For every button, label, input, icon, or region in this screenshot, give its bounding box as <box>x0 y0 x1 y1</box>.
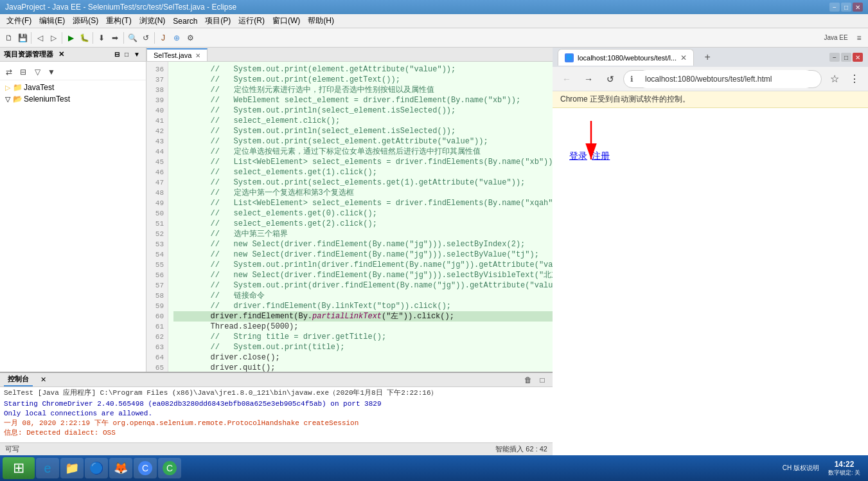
menu-run[interactable]: 运行(R) <box>235 14 269 28</box>
project-explorer-sidebar: 项目资源管理器 ✕ ⊟ □ ▼ ⇄ ⊟ ▽ <box>0 48 146 372</box>
toolbar-new-btn[interactable]: 🗋 <box>3 32 15 44</box>
editor-tab-close[interactable]: ✕ <box>195 52 200 59</box>
sidebar-collapse-all-icon[interactable]: ⊟ <box>17 66 30 78</box>
login-link[interactable]: 登录 <box>569 150 587 161</box>
toolbar-1: 🗋 💾 ◁ ▷ ▶ 🐛 ⬇ ➡ 🔍 ↺ J ⊕ ⚙ Java EE ≡ <box>0 28 868 48</box>
eclipse-status-bar: 可写 智能插入 62 : 42 <box>0 442 553 455</box>
chrome-panel: 🌐 localhost:1080/webtours/test/l... ✕ + … <box>553 48 868 455</box>
taskbar-system-tray: CH 版权说明 <box>783 464 819 473</box>
chrome-back-button: ← <box>558 70 576 88</box>
chrome-minimize-button[interactable]: − <box>829 53 840 62</box>
chrome-lock-icon: ℹ <box>630 75 633 84</box>
toolbar-back-btn[interactable]: ◁ <box>33 32 46 44</box>
chrome-tab-close-icon[interactable]: ✕ <box>680 53 687 62</box>
chrome-bookmark-button[interactable]: ☆ <box>826 70 844 88</box>
toolbar-sep-3 <box>93 32 93 44</box>
toolbar-run-btn[interactable]: ▶ <box>64 32 77 44</box>
taskbar-tray-text: CH 版权说明 <box>783 464 819 471</box>
menu-project[interactable]: 项目(P) <box>201 14 235 28</box>
chrome-refresh-button[interactable]: ↺ <box>601 70 619 88</box>
page-links: 登录 注册 <box>569 150 858 162</box>
console-tab[interactable]: 控制台 <box>4 373 33 386</box>
toolbar-fwd-btn[interactable]: ▷ <box>47 32 60 44</box>
javatest-label: JavaTest <box>24 83 54 92</box>
sidebar-maximize-icon[interactable]: □ <box>123 50 130 59</box>
eclipse-top: 项目资源管理器 ✕ ⊟ □ ▼ ⇄ ⊟ ▽ <box>0 48 553 372</box>
taskbar-firefox-icon[interactable]: 🦊 <box>109 458 132 478</box>
taskbar-ie-icon[interactable]: e <box>36 458 59 478</box>
sidebar-collapse-icon[interactable]: ⊟ <box>112 50 121 59</box>
taskbar-chrome-icon-3[interactable]: C <box>158 458 181 478</box>
chrome-tabs-bar: 🌐 localhost:1080/webtours/test/l... ✕ + … <box>553 48 868 67</box>
sidebar-close-icon[interactable]: ✕ <box>58 50 64 59</box>
register-link[interactable]: 注册 <box>592 150 610 161</box>
console-content: SelTest [Java 应用程序] C:\Program Files (x8… <box>0 387 553 442</box>
console-clear-icon[interactable]: 🗑 <box>522 374 535 386</box>
sidebar-link-icon[interactable]: ⇄ <box>3 66 15 78</box>
taskbar-explorer-icon[interactable]: 📁 <box>60 458 84 478</box>
sidebar-header: 项目资源管理器 ✕ ⊟ □ ▼ <box>0 48 146 62</box>
menu-search[interactable]: Search <box>169 15 201 27</box>
toolbar-sep-1 <box>31 32 31 44</box>
toolbar-refresh-btn[interactable]: ↺ <box>139 32 152 44</box>
menu-refactor[interactable]: 重构(T) <box>102 14 135 28</box>
menu-help[interactable]: 帮助(H) <box>304 14 338 28</box>
toolbar-more-btn[interactable]: ≡ <box>853 32 865 44</box>
chrome-forward-button[interactable]: → <box>580 70 598 88</box>
chrome-warning-text: Chrome 正受到自动测试软件的控制。 <box>560 95 690 104</box>
console-header: 控制台 ✕ 🗑 □ <box>0 373 553 387</box>
editor-tab-bar: SelTest.java ✕ <box>146 48 553 62</box>
folder-yellow-icon: 📁 <box>13 83 22 92</box>
menu-source[interactable]: 源码(S) <box>69 14 102 28</box>
sidebar-header-icons: ⊟ □ ▼ <box>112 50 142 59</box>
menu-navigate[interactable]: 浏览(N) <box>136 14 170 28</box>
console-close-icon[interactable]: ✕ <box>40 376 46 384</box>
menu-file[interactable]: 文件(F) <box>3 14 35 28</box>
menu-bar: 文件(F) 编辑(E) 源码(S) 重构(T) 浏览(N) Search 项目(… <box>0 14 868 28</box>
close-button[interactable]: ✕ <box>853 3 863 12</box>
toolbar-sep-2 <box>62 32 62 44</box>
chrome-tab-active[interactable]: 🌐 localhost:1080/webtours/test/l... ✕ <box>558 49 694 66</box>
chrome-close-button[interactable]: ✕ <box>853 53 863 62</box>
sidebar-menu-icon[interactable]: ▼ <box>132 50 142 59</box>
eclipse-panel: 项目资源管理器 ✕ ⊟ □ ▼ ⇄ ⊟ ▽ <box>0 48 553 455</box>
chrome-new-tab-button[interactable]: + <box>699 49 716 66</box>
toolbar-step-btn[interactable]: ⬇ <box>95 32 108 44</box>
sidebar-item-seleniumtest[interactable]: ▽ 📂 SeleniumTest <box>0 93 146 105</box>
editor-tab-seltest[interactable]: SelTest.java ✕ <box>146 48 208 61</box>
eclipse-title-bar: JavaProject - Java EE - SeleniumTest/src… <box>0 0 868 14</box>
chrome-address-input[interactable] <box>637 70 815 88</box>
maximize-button[interactable]: □ <box>841 3 851 12</box>
seleniumtest-label: SeleniumTest <box>24 95 70 104</box>
toolbar-stepover-btn[interactable]: ➡ <box>109 32 121 44</box>
taskbar-right-info: CH 版权说明 <box>783 464 822 473</box>
sidebar-item-javatest[interactable]: ▷ 📁 JavaTest <box>0 82 146 93</box>
toolbar-save-btn[interactable]: 💾 <box>16 32 29 44</box>
folder-icon: ▷ <box>5 84 10 92</box>
chrome-menu-button[interactable]: ⋮ <box>845 70 863 88</box>
taskbar-lock-text: 数字锁定: 关 <box>828 469 860 477</box>
toolbar-search-btn[interactable]: 🔍 <box>126 32 139 44</box>
sidebar-filter-icon[interactable]: ▽ <box>31 66 44 78</box>
toolbar-settings-btn[interactable]: ⚙ <box>184 32 197 44</box>
toolbar-web-btn[interactable]: ⊕ <box>170 32 183 44</box>
console-panel: 控制台 ✕ 🗑 □ SelTest [Java 应用程序] C:\Program… <box>0 372 553 442</box>
menu-edit[interactable]: 编辑(E) <box>35 14 69 28</box>
menu-window[interactable]: 窗口(W) <box>269 14 304 28</box>
taskbar-chrome-icon-1[interactable]: 🔵 <box>85 458 108 478</box>
expand-icon: ▽ <box>5 95 10 104</box>
main-area: 项目资源管理器 ✕ ⊟ □ ▼ ⇄ ⊟ ▽ <box>0 48 868 455</box>
code-editor[interactable]: 3637383940414243444546474849505152535455… <box>146 62 553 372</box>
taskbar-chrome-icon-2[interactable]: C <box>134 458 157 478</box>
toolbar-perspective-btn[interactable]: Java EE <box>820 32 852 44</box>
taskbar-start-button[interactable]: ⊞ <box>3 457 35 479</box>
minimize-button[interactable]: − <box>829 3 840 12</box>
chrome-maximize-button[interactable]: □ <box>841 53 851 62</box>
toolbar-debug-btn[interactable]: 🐛 <box>78 32 91 44</box>
taskbar-clock: 14:22 数字锁定: 关 <box>823 460 865 477</box>
toolbar-java-btn[interactable]: J <box>157 32 170 44</box>
line-numbers: 3637383940414243444546474849505152535455… <box>146 62 168 372</box>
console-maximize-icon[interactable]: □ <box>536 374 549 386</box>
chrome-favicon: 🌐 <box>565 53 574 62</box>
sidebar-more-icon[interactable]: ▼ <box>45 66 58 78</box>
